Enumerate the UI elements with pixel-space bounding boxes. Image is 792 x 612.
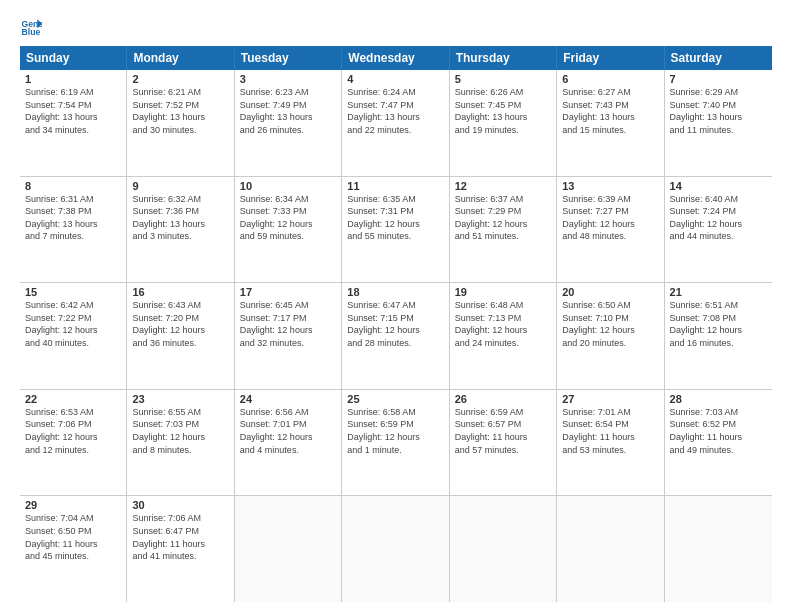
day-header-saturday: Saturday [665, 46, 772, 70]
day-number: 13 [562, 180, 658, 192]
day-number: 24 [240, 393, 336, 405]
empty-cell [450, 496, 557, 602]
day-info: Sunrise: 6:45 AM Sunset: 7:17 PM Dayligh… [240, 299, 336, 349]
day-number: 15 [25, 286, 121, 298]
day-cell-22: 22Sunrise: 6:53 AM Sunset: 7:06 PM Dayli… [20, 390, 127, 496]
day-cell-7: 7Sunrise: 6:29 AM Sunset: 7:40 PM Daylig… [665, 70, 772, 176]
day-cell-9: 9Sunrise: 6:32 AM Sunset: 7:36 PM Daylig… [127, 177, 234, 283]
day-number: 11 [347, 180, 443, 192]
day-info: Sunrise: 6:26 AM Sunset: 7:45 PM Dayligh… [455, 86, 551, 136]
day-cell-5: 5Sunrise: 6:26 AM Sunset: 7:45 PM Daylig… [450, 70, 557, 176]
day-cell-2: 2Sunrise: 6:21 AM Sunset: 7:52 PM Daylig… [127, 70, 234, 176]
week-row-1: 1Sunrise: 6:19 AM Sunset: 7:54 PM Daylig… [20, 70, 772, 177]
day-info: Sunrise: 7:06 AM Sunset: 6:47 PM Dayligh… [132, 512, 228, 562]
day-info: Sunrise: 7:04 AM Sunset: 6:50 PM Dayligh… [25, 512, 121, 562]
day-number: 18 [347, 286, 443, 298]
day-info: Sunrise: 6:27 AM Sunset: 7:43 PM Dayligh… [562, 86, 658, 136]
day-info: Sunrise: 6:29 AM Sunset: 7:40 PM Dayligh… [670, 86, 767, 136]
day-cell-27: 27Sunrise: 7:01 AM Sunset: 6:54 PM Dayli… [557, 390, 664, 496]
day-cell-10: 10Sunrise: 6:34 AM Sunset: 7:33 PM Dayli… [235, 177, 342, 283]
empty-cell [665, 496, 772, 602]
day-number: 5 [455, 73, 551, 85]
day-info: Sunrise: 6:37 AM Sunset: 7:29 PM Dayligh… [455, 193, 551, 243]
day-cell-6: 6Sunrise: 6:27 AM Sunset: 7:43 PM Daylig… [557, 70, 664, 176]
day-cell-18: 18Sunrise: 6:47 AM Sunset: 7:15 PM Dayli… [342, 283, 449, 389]
day-number: 14 [670, 180, 767, 192]
day-header-thursday: Thursday [450, 46, 557, 70]
calendar-body: 1Sunrise: 6:19 AM Sunset: 7:54 PM Daylig… [20, 70, 772, 602]
day-header-sunday: Sunday [20, 46, 127, 70]
day-info: Sunrise: 6:55 AM Sunset: 7:03 PM Dayligh… [132, 406, 228, 456]
day-info: Sunrise: 6:50 AM Sunset: 7:10 PM Dayligh… [562, 299, 658, 349]
day-cell-25: 25Sunrise: 6:58 AM Sunset: 6:59 PM Dayli… [342, 390, 449, 496]
empty-cell [557, 496, 664, 602]
day-cell-21: 21Sunrise: 6:51 AM Sunset: 7:08 PM Dayli… [665, 283, 772, 389]
week-row-4: 22Sunrise: 6:53 AM Sunset: 7:06 PM Dayli… [20, 390, 772, 497]
day-number: 1 [25, 73, 121, 85]
day-number: 8 [25, 180, 121, 192]
day-cell-14: 14Sunrise: 6:40 AM Sunset: 7:24 PM Dayli… [665, 177, 772, 283]
day-number: 20 [562, 286, 658, 298]
day-cell-15: 15Sunrise: 6:42 AM Sunset: 7:22 PM Dayli… [20, 283, 127, 389]
day-info: Sunrise: 6:35 AM Sunset: 7:31 PM Dayligh… [347, 193, 443, 243]
day-cell-20: 20Sunrise: 6:50 AM Sunset: 7:10 PM Dayli… [557, 283, 664, 389]
day-cell-8: 8Sunrise: 6:31 AM Sunset: 7:38 PM Daylig… [20, 177, 127, 283]
calendar-header: SundayMondayTuesdayWednesdayThursdayFrid… [20, 46, 772, 70]
day-number: 25 [347, 393, 443, 405]
day-cell-29: 29Sunrise: 7:04 AM Sunset: 6:50 PM Dayli… [20, 496, 127, 602]
day-header-tuesday: Tuesday [235, 46, 342, 70]
day-cell-12: 12Sunrise: 6:37 AM Sunset: 7:29 PM Dayli… [450, 177, 557, 283]
day-info: Sunrise: 6:56 AM Sunset: 7:01 PM Dayligh… [240, 406, 336, 456]
logo: General Blue [20, 16, 46, 38]
day-cell-11: 11Sunrise: 6:35 AM Sunset: 7:31 PM Dayli… [342, 177, 449, 283]
day-cell-4: 4Sunrise: 6:24 AM Sunset: 7:47 PM Daylig… [342, 70, 449, 176]
logo-icon: General Blue [20, 16, 42, 38]
day-number: 3 [240, 73, 336, 85]
day-number: 12 [455, 180, 551, 192]
day-cell-26: 26Sunrise: 6:59 AM Sunset: 6:57 PM Dayli… [450, 390, 557, 496]
day-info: Sunrise: 6:48 AM Sunset: 7:13 PM Dayligh… [455, 299, 551, 349]
day-number: 2 [132, 73, 228, 85]
day-info: Sunrise: 6:19 AM Sunset: 7:54 PM Dayligh… [25, 86, 121, 136]
empty-cell [235, 496, 342, 602]
day-info: Sunrise: 6:39 AM Sunset: 7:27 PM Dayligh… [562, 193, 658, 243]
header: General Blue [20, 16, 772, 38]
day-info: Sunrise: 6:53 AM Sunset: 7:06 PM Dayligh… [25, 406, 121, 456]
day-number: 17 [240, 286, 336, 298]
day-info: Sunrise: 6:34 AM Sunset: 7:33 PM Dayligh… [240, 193, 336, 243]
day-info: Sunrise: 6:32 AM Sunset: 7:36 PM Dayligh… [132, 193, 228, 243]
day-header-wednesday: Wednesday [342, 46, 449, 70]
day-info: Sunrise: 6:42 AM Sunset: 7:22 PM Dayligh… [25, 299, 121, 349]
day-header-friday: Friday [557, 46, 664, 70]
week-row-5: 29Sunrise: 7:04 AM Sunset: 6:50 PM Dayli… [20, 496, 772, 602]
svg-text:Blue: Blue [22, 27, 41, 37]
calendar-page: General Blue SundayMondayTuesdayWednesda… [0, 0, 792, 612]
day-info: Sunrise: 6:43 AM Sunset: 7:20 PM Dayligh… [132, 299, 228, 349]
day-info: Sunrise: 6:51 AM Sunset: 7:08 PM Dayligh… [670, 299, 767, 349]
day-info: Sunrise: 6:47 AM Sunset: 7:15 PM Dayligh… [347, 299, 443, 349]
day-number: 9 [132, 180, 228, 192]
day-number: 26 [455, 393, 551, 405]
day-info: Sunrise: 7:03 AM Sunset: 6:52 PM Dayligh… [670, 406, 767, 456]
day-number: 4 [347, 73, 443, 85]
day-info: Sunrise: 6:31 AM Sunset: 7:38 PM Dayligh… [25, 193, 121, 243]
week-row-2: 8Sunrise: 6:31 AM Sunset: 7:38 PM Daylig… [20, 177, 772, 284]
day-info: Sunrise: 6:40 AM Sunset: 7:24 PM Dayligh… [670, 193, 767, 243]
day-number: 28 [670, 393, 767, 405]
day-cell-19: 19Sunrise: 6:48 AM Sunset: 7:13 PM Dayli… [450, 283, 557, 389]
day-info: Sunrise: 6:24 AM Sunset: 7:47 PM Dayligh… [347, 86, 443, 136]
day-cell-24: 24Sunrise: 6:56 AM Sunset: 7:01 PM Dayli… [235, 390, 342, 496]
day-cell-30: 30Sunrise: 7:06 AM Sunset: 6:47 PM Dayli… [127, 496, 234, 602]
day-number: 7 [670, 73, 767, 85]
day-info: Sunrise: 6:21 AM Sunset: 7:52 PM Dayligh… [132, 86, 228, 136]
day-cell-28: 28Sunrise: 7:03 AM Sunset: 6:52 PM Dayli… [665, 390, 772, 496]
day-cell-23: 23Sunrise: 6:55 AM Sunset: 7:03 PM Dayli… [127, 390, 234, 496]
day-number: 23 [132, 393, 228, 405]
day-info: Sunrise: 7:01 AM Sunset: 6:54 PM Dayligh… [562, 406, 658, 456]
day-number: 10 [240, 180, 336, 192]
day-info: Sunrise: 6:58 AM Sunset: 6:59 PM Dayligh… [347, 406, 443, 456]
day-cell-13: 13Sunrise: 6:39 AM Sunset: 7:27 PM Dayli… [557, 177, 664, 283]
day-info: Sunrise: 6:23 AM Sunset: 7:49 PM Dayligh… [240, 86, 336, 136]
day-number: 27 [562, 393, 658, 405]
day-number: 29 [25, 499, 121, 511]
